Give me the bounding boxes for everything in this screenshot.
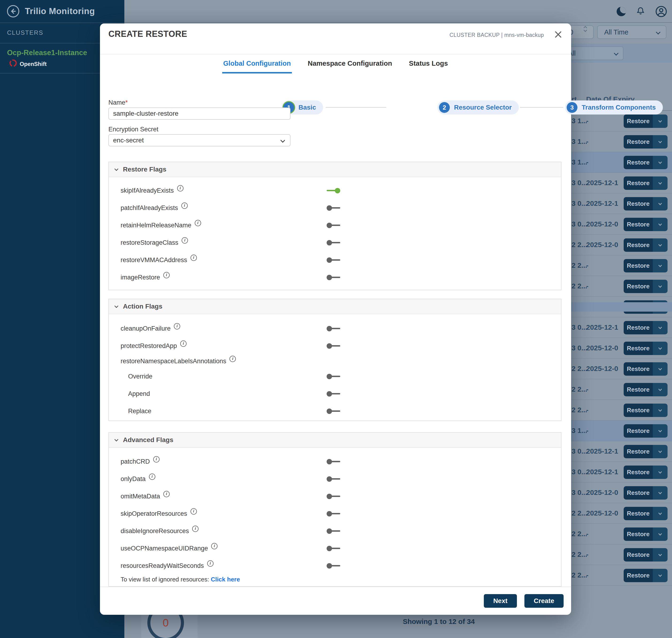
restore-button-label[interactable]: Restore (624, 238, 653, 252)
restore-button[interactable]: Restore (624, 569, 668, 582)
restore-button[interactable]: Restore (624, 466, 668, 479)
info-icon[interactable]: i (163, 272, 170, 278)
flag-toggle[interactable] (326, 326, 340, 331)
restore-button[interactable]: Restore (624, 424, 668, 438)
info-icon[interactable]: i (211, 543, 218, 549)
restore-button-label[interactable]: Restore (624, 383, 653, 396)
cluster-name[interactable]: Ocp-Release1-Instance (7, 49, 87, 57)
restore-dropdown-caret[interactable] (653, 507, 668, 520)
restore-button[interactable]: Restore (624, 445, 668, 458)
restore-dropdown-caret[interactable] (653, 197, 668, 211)
info-icon[interactable]: i (190, 508, 197, 515)
restore-button[interactable]: Restore (624, 362, 668, 376)
notifications-bell-icon[interactable] (635, 6, 646, 17)
restore-dropdown-caret[interactable] (653, 527, 668, 541)
restore-dropdown-caret[interactable] (653, 383, 668, 396)
info-icon[interactable]: i (195, 220, 201, 226)
restore-button[interactable]: Restore (624, 507, 668, 520)
info-icon[interactable]: i (163, 491, 170, 497)
restore-button-label[interactable]: Restore (624, 527, 653, 541)
flag-toggle[interactable] (326, 222, 340, 228)
info-icon[interactable]: i (192, 526, 199, 532)
restore-button-label[interactable]: Restore (624, 115, 653, 128)
flag-toggle[interactable] (326, 240, 340, 246)
name-input[interactable] (108, 107, 290, 120)
restore-dropdown-caret[interactable] (653, 404, 668, 417)
flag-toggle[interactable] (326, 274, 340, 280)
restore-button-label[interactable]: Restore (624, 445, 653, 458)
info-icon[interactable]: i (190, 255, 197, 261)
dark-mode-moon-icon[interactable] (617, 7, 626, 16)
restore-button-label[interactable]: Restore (624, 197, 653, 211)
restore-button-label[interactable]: Restore (624, 404, 653, 417)
encryption-secret-select[interactable]: enc-secret (108, 134, 290, 147)
flag-toggle[interactable] (326, 373, 340, 379)
restore-button[interactable]: Restore (624, 280, 668, 293)
flag-toggle[interactable] (326, 408, 340, 414)
flag-toggle[interactable] (326, 528, 340, 534)
restore-button[interactable]: Restore (624, 177, 668, 190)
restore-dropdown-caret[interactable] (653, 259, 668, 272)
restore-dropdown-caret[interactable] (653, 466, 668, 479)
restore-button[interactable]: Restore (624, 218, 668, 231)
tab-global-configuration[interactable]: Global Configuration (222, 56, 292, 73)
flag-toggle[interactable] (326, 459, 340, 464)
restore-button[interactable]: Restore (624, 383, 668, 396)
restore-button[interactable]: Restore (624, 527, 668, 541)
restore-button-label[interactable]: Restore (624, 548, 653, 561)
flag-toggle[interactable] (326, 205, 340, 211)
info-icon[interactable]: i (153, 456, 159, 463)
restore-dropdown-caret[interactable] (653, 218, 668, 231)
flag-toggle[interactable] (326, 257, 340, 263)
restore-button-label[interactable]: Restore (624, 259, 653, 272)
restore-dropdown-caret[interactable] (653, 238, 668, 252)
action-flags-header[interactable]: Action Flags (109, 299, 561, 314)
restore-button-label[interactable]: Restore (624, 486, 653, 500)
restore-dropdown-caret[interactable] (653, 135, 668, 149)
back-arrow-icon[interactable] (6, 5, 20, 18)
restore-button[interactable]: Restore (624, 238, 668, 252)
create-button[interactable]: Create (524, 594, 564, 608)
restore-dropdown-caret[interactable] (653, 548, 668, 561)
restore-flags-header[interactable]: Restore Flags (109, 162, 561, 177)
restore-button-label[interactable]: Restore (624, 507, 653, 520)
flag-toggle[interactable] (326, 391, 340, 397)
stepper-arrows-icon[interactable] (584, 28, 587, 31)
flag-toggle[interactable] (326, 476, 340, 482)
restore-button-label[interactable]: Restore (624, 280, 653, 293)
flag-toggle[interactable] (326, 343, 340, 349)
restore-button[interactable]: Restore (624, 321, 668, 334)
restore-dropdown-caret[interactable] (653, 424, 668, 438)
restore-button-label[interactable]: Restore (624, 362, 653, 376)
restore-button[interactable]: Restore (624, 404, 668, 417)
flag-toggle[interactable] (326, 188, 340, 194)
restore-button-label[interactable]: Restore (624, 569, 653, 582)
restore-dropdown-caret[interactable] (653, 362, 668, 376)
restore-button-label[interactable]: Restore (624, 177, 653, 190)
restore-dropdown-caret[interactable] (653, 280, 668, 293)
restore-dropdown-caret[interactable] (653, 321, 668, 334)
restore-button[interactable]: Restore (624, 486, 668, 500)
info-icon[interactable]: i (230, 356, 236, 362)
restore-button-label[interactable]: Restore (624, 156, 653, 169)
tab-status-logs[interactable]: Status Logs (408, 56, 449, 73)
advanced-flags-header[interactable]: Advanced Flags (109, 433, 561, 448)
restore-button[interactable]: Restore (624, 135, 668, 149)
restore-button-label[interactable]: Restore (624, 135, 653, 149)
info-icon[interactable]: i (180, 340, 187, 347)
restore-dropdown-caret[interactable] (653, 177, 668, 190)
close-icon[interactable] (553, 30, 563, 39)
flag-toggle[interactable] (326, 563, 340, 569)
info-icon[interactable]: i (174, 323, 180, 330)
restore-dropdown-caret[interactable] (653, 156, 668, 169)
restore-button[interactable]: Restore (624, 156, 668, 169)
flag-toggle[interactable] (326, 545, 340, 551)
restore-dropdown-caret[interactable] (653, 115, 668, 128)
ignored-resources-link[interactable]: Click here (211, 576, 240, 583)
flag-toggle[interactable] (326, 493, 340, 499)
restore-button[interactable]: Restore (624, 197, 668, 211)
user-avatar-icon[interactable] (655, 5, 667, 18)
info-icon[interactable]: i (181, 202, 188, 209)
next-button[interactable]: Next (484, 594, 517, 608)
time-range-dropdown[interactable]: All Time (597, 26, 666, 39)
